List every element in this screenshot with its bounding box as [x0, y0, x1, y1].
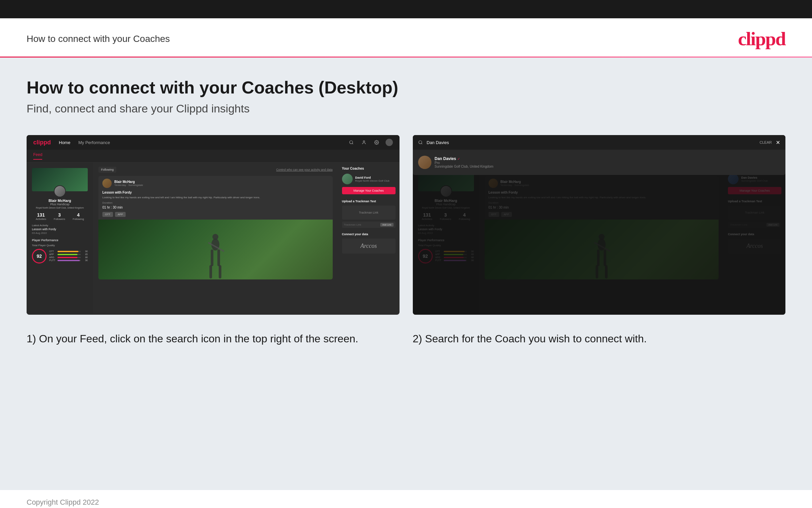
trackman-section: Upload a Trackman Test Trackman Link Tra… — [342, 200, 395, 228]
result-avatar — [418, 156, 431, 169]
svg-point-3 — [376, 142, 377, 143]
svg-rect-7 — [218, 250, 220, 266]
verified-icon: ✓ — [457, 157, 460, 161]
stat-following: 4 Following — [73, 212, 84, 220]
search-icon[interactable] — [348, 139, 355, 146]
coach-item-1: David Ford Royal North Devon Golf Club — [342, 174, 395, 184]
search-close-btn[interactable]: ✕ — [776, 139, 780, 146]
following-row: Following Control who can see your activ… — [98, 167, 333, 173]
bar-app-fill — [57, 254, 78, 255]
avatar-inner — [54, 186, 65, 197]
bar-arg-fill — [57, 257, 78, 258]
activities-label: Activities — [36, 218, 46, 220]
golfer-silhouette — [205, 233, 225, 280]
bar-ott-value: 90 — [82, 250, 88, 253]
stat-activities: 131 Activities — [36, 212, 46, 220]
activities-value: 131 — [36, 212, 46, 218]
followers-value: 3 — [54, 212, 65, 218]
bar-putt-track — [57, 260, 81, 261]
mock-feed-tab-1: Feed — [27, 150, 399, 163]
tpq-title: Total Player Quality — [32, 244, 88, 247]
coach-avatar-1 — [342, 174, 353, 184]
post-body: Looking to feel like my hands are exitin… — [98, 196, 333, 201]
page-title: How to connect with your Coaches — [27, 34, 170, 44]
post-author-name: Blair McHarg — [114, 180, 143, 184]
following-button[interactable]: Following — [98, 167, 116, 173]
post-avatar — [102, 179, 112, 188]
clippd-logo: clippd — [738, 28, 785, 50]
svg-line-1 — [352, 143, 353, 144]
main-heading: How to connect with your Coaches (Deskto… — [27, 78, 785, 97]
bar-arg-value: 86 — [82, 256, 88, 258]
bar-app: APP 85 — [49, 253, 88, 255]
mock-center-feed: Following Control who can see your activ… — [93, 163, 338, 313]
main-content: How to connect with your Coaches (Deskto… — [0, 57, 812, 490]
search-clear-btn[interactable]: CLEAR — [760, 140, 772, 144]
search-bar[interactable]: Dan Davies CLEAR ✕ — [413, 135, 786, 150]
profile-stats: 131 Activities 3 Followers 4 Following — [32, 212, 88, 220]
svg-line-22 — [421, 143, 422, 144]
mock-ui-1: clippd Home My Performance — [27, 135, 399, 315]
copyright-text: Copyright Clippd 2022 — [27, 498, 99, 506]
trackman-input[interactable]: Trackman Link Add Link — [342, 221, 395, 228]
stat-followers: 3 Followers — [54, 212, 65, 220]
add-link-btn[interactable]: Add Link — [380, 223, 393, 226]
performance-section: Player Performance Total Player Quality … — [32, 239, 88, 263]
bar-putt-fill — [57, 260, 80, 261]
profile-club: Royal North Devon Golf Club, United King… — [32, 207, 88, 209]
svg-rect-8 — [209, 265, 212, 279]
profile-cover — [32, 168, 88, 191]
mock-nav-1: clippd Home My Performance — [27, 135, 399, 150]
mock-nav-icons — [348, 139, 393, 146]
profile-name: Blair McHarg — [32, 199, 88, 203]
performance-title: Player Performance — [32, 239, 88, 242]
bar-app-value: 85 — [82, 253, 88, 255]
step-1-content: 1) On your Feed, click on the search ico… — [27, 333, 358, 345]
search-input-value[interactable]: Dan Davies — [427, 140, 756, 145]
followers-label: Followers — [54, 218, 65, 220]
user-icon[interactable] — [360, 139, 368, 146]
search-results: Dan Davies ✓ Pro Sunningdale Golf Club, … — [413, 150, 786, 175]
bar-app-label: APP — [49, 253, 56, 255]
trackman-input-placeholder: Trackman Link — [344, 223, 361, 226]
footer: Copyright Clippd 2022 — [0, 490, 812, 508]
connect-section: Connect your data Arccos — [342, 232, 395, 254]
post-duration-value: 01 hr : 30 min — [98, 206, 333, 212]
result-name-row: Dan Davies ✓ — [435, 156, 493, 161]
svg-rect-9 — [219, 265, 221, 279]
search-result-item[interactable]: Dan Davies ✓ Pro Sunningdale Golf Club, … — [413, 153, 786, 172]
following-label: Following — [73, 218, 84, 220]
header: How to connect with your Coaches clippd — [0, 18, 812, 56]
bar-ott-track — [57, 251, 81, 252]
mock-nav-home: Home — [59, 140, 70, 145]
post-author-info: Blair McHarg Yesterday · Sunningdale — [114, 180, 143, 186]
app-button[interactable]: APP — [115, 212, 126, 217]
coach-info-1: David Ford Royal North Devon Golf Club — [355, 176, 389, 182]
bar-arg: ARG 86 — [49, 256, 88, 258]
feed-tab[interactable]: Feed — [33, 153, 42, 160]
post-duration-label: Duration — [98, 201, 333, 206]
coaches-title-1: Your Coaches — [342, 167, 395, 170]
svg-point-2 — [363, 141, 365, 142]
screenshot-1: clippd Home My Performance — [27, 135, 399, 315]
search-bar-icon — [418, 140, 423, 145]
manage-coaches-btn[interactable]: Manage Your Coaches — [342, 187, 395, 194]
avatar-nav-icon[interactable] — [386, 139, 393, 146]
bar-arg-label: ARG — [49, 256, 56, 258]
bar-app-track — [57, 254, 81, 255]
result-info: Dan Davies ✓ Pro Sunningdale Golf Club, … — [435, 156, 493, 168]
svg-rect-6 — [211, 250, 213, 266]
steps-row: 1) On your Feed, click on the search ico… — [27, 331, 785, 346]
control-link[interactable]: Control who can see your activity and da… — [276, 168, 333, 171]
following-value: 4 — [73, 212, 84, 218]
settings-icon[interactable] — [373, 139, 380, 146]
bar-putt-value: 96 — [82, 259, 88, 261]
ott-button[interactable]: OTT — [102, 212, 113, 217]
arccos-logo: Arccos — [342, 239, 395, 254]
svg-point-21 — [419, 141, 422, 144]
mock-feed-content-1: Blair McHarg Plus Handicap Royal North D… — [27, 163, 399, 313]
post-author-sub: Yesterday · Sunningdale — [114, 184, 143, 186]
post-title: Lesson with Fordy — [98, 190, 333, 196]
coach-name-1: David Ford — [355, 176, 389, 179]
result-role: Pro — [435, 161, 493, 165]
